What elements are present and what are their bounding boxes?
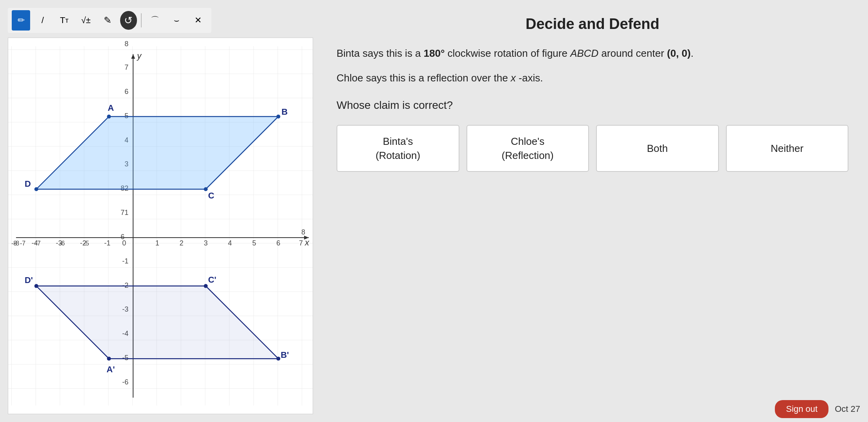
svg-text:1: 1 [124,209,128,216]
point-A [107,115,111,119]
svg-text:-7: -7 [35,240,41,247]
svg-text:x: x [304,238,310,247]
chloe-claim: Chloe says this is a reflection over the… [337,70,848,86]
neither-button[interactable]: Neither [726,125,849,172]
binta-claim: Binta says this is a 180° clockwise rota… [337,46,848,61]
page-title: Decide and Defend [337,16,848,32]
close-button[interactable]: ✕ [189,10,207,31]
answer-buttons-group: Binta's (Rotation) Chloe's (Reflection) … [337,125,848,172]
pencil-button[interactable]: ✏ [12,10,30,31]
sign-out-button[interactable]: Sign out [775,400,828,418]
binta-claim-text: Binta says this is a 180° clockwise rota… [337,47,693,59]
arc1-button[interactable]: ⌒ [146,10,164,31]
main-container: ✏ / Tт √± ✎ ↺ ⌒ ⌣ ✕ [0,0,868,422]
svg-text:2: 2 [180,239,184,247]
point-B [276,115,280,119]
chloes-button[interactable]: Chloe's (Reflection) [466,125,589,172]
neither-label: Neither [771,141,803,155]
svg-text:7: 7 [124,63,128,71]
svg-text:-1: -1 [122,257,128,265]
svg-text:-6: -6 [59,240,65,247]
right-panel: Decide and Defend Binta says this is a 1… [325,8,860,414]
toolbar: ✏ / Tт √± ✎ ↺ ⌒ ⌣ ✕ [8,8,211,33]
point-Bprime [276,357,280,361]
label-Dprime: D' [25,275,33,285]
coordinate-graph: x y -1 -2 -3 -4 1 2 3 4 5 6 7 -8 -7 [8,38,313,414]
svg-text:y: y [136,51,142,61]
origin-label: 0 [122,239,126,247]
label-A: A [108,103,114,113]
both-label: Both [647,141,668,155]
graph-container: x y -1 -2 -3 -4 1 2 3 4 5 6 7 -8 -7 [8,38,313,414]
label-D: D [25,179,31,189]
bintas-button[interactable]: Binta's (Rotation) [337,125,459,172]
svg-text:-7: -7 [20,240,25,247]
chloes-line1: Chloe's [511,134,544,148]
svg-text:8: 8 [301,228,305,236]
point-Aprime [107,357,111,361]
label-B: B [281,107,288,117]
label-C: C [208,191,214,200]
svg-text:-8: -8 [14,240,19,247]
svg-text:6: 6 [124,88,128,96]
svg-text:-6: -6 [122,378,128,386]
svg-text:-1: -1 [104,239,110,247]
label-Bprime: B' [281,350,289,360]
label-Aprime: A' [106,364,115,374]
text-button[interactable]: Tт [55,10,74,31]
svg-text:5: 5 [252,239,256,247]
point-Dprime [34,284,38,288]
point-C [204,187,208,191]
svg-text:-5: -5 [83,240,89,247]
svg-text:3: 3 [204,239,208,247]
date-label: Oct 27 [835,404,860,414]
sqrt-button[interactable]: √± [77,10,95,31]
svg-text:7: 7 [299,239,303,247]
both-button[interactable]: Both [596,125,719,172]
left-panel: ✏ / Tт √± ✎ ↺ ⌒ ⌣ ✕ [8,8,313,414]
whose-claim-question: Whose claim is correct? [337,99,848,112]
undo-button[interactable]: ↺ [120,11,137,30]
bintas-line2: (Rotation) [376,148,420,162]
svg-text:7: 7 [121,209,124,216]
chloes-line2: (Reflection) [502,148,554,162]
point-Cprime [204,284,208,288]
slash-button[interactable]: / [33,10,52,31]
svg-text:6: 6 [276,239,280,247]
label-Cprime: C' [208,275,216,285]
svg-text:1: 1 [155,239,159,247]
eraser-button[interactable]: ✎ [98,10,117,31]
arc2-button[interactable]: ⌣ [167,10,185,31]
bottom-bar: Sign out Oct 27 [767,396,868,422]
svg-text:8: 8 [124,40,128,48]
point-D [34,187,38,191]
svg-text:4: 4 [228,239,232,247]
bintas-line1: Binta's [383,134,413,148]
chloe-claim-text: Chloe says this is a reflection over the… [337,72,543,84]
